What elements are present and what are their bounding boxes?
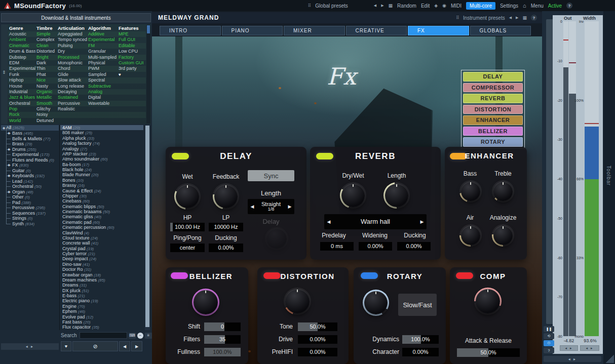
prev-instrument-preset[interactable]: ◀ <box>509 16 512 20</box>
filter-genre-house[interactable]: House <box>8 84 35 89</box>
next-instrument-preset[interactable]: ▶ <box>516 16 518 20</box>
filter-genre-industrial[interactable]: Industrial <box>8 89 35 95</box>
filter-articulation-glide[interactable]: Glide <box>57 72 87 77</box>
filter-timbre-nice[interactable]: Nice <box>35 77 57 83</box>
tree-item-synth[interactable]: Synth (834) <box>6 221 59 227</box>
filter-timbre-phat[interactable]: Phat <box>35 72 57 77</box>
filter-timbre-smooth[interactable]: Smooth <box>35 101 57 106</box>
preset-item-cloud-texture[interactable]: Cloud texture (24) <box>60 235 143 240</box>
instrument-presets-button[interactable]: Instrument presets <box>463 15 505 21</box>
tree-item-fx[interactable]: ◈FX (830) <box>6 163 59 168</box>
preset-item-cause-effect[interactable]: Cause & Effect (24) <box>60 188 143 193</box>
home-icon[interactable]: ⌂ <box>523 3 526 9</box>
filter-genre-drum-bass[interactable]: Drum & Bass <box>8 49 35 54</box>
tab-globals[interactable]: GLOBALS <box>470 26 531 35</box>
help-icon[interactable]: ? <box>566 3 572 9</box>
expand-diamond-icon[interactable]: ◈ <box>8 189 10 195</box>
chain-item-reverb[interactable]: REVERB <box>463 94 523 103</box>
meter-hscrollbar[interactable]: ◂ ▸ <box>544 356 601 362</box>
filter-features-editable[interactable]: Editable <box>118 43 146 49</box>
preset-item-bones[interactable]: Bones (10) <box>60 178 143 183</box>
next-item-button[interactable]: ▶ <box>131 341 142 351</box>
preset-item-4am[interactable]: 4AM (20) <box>60 125 143 130</box>
tree-item-pad[interactable]: Pad (388) <box>6 200 59 206</box>
preset-item-concrete-wall[interactable]: Concrete wall (41) <box>60 240 143 246</box>
preset-item-doctor-ro[interactable]: Doctor Ro (31) <box>60 267 143 272</box>
preset-item-drawbar-organ[interactable]: Drawbar organ (18) <box>60 272 143 277</box>
preset-item-blade-runner[interactable]: Blade Runner (20) <box>60 172 143 177</box>
filter-articulation-percussive[interactable]: Percussive <box>57 101 87 106</box>
widening-field[interactable]: 0.00% <box>359 242 392 251</box>
random-button[interactable]: Random <box>397 3 416 9</box>
preset-scrollbar[interactable] <box>145 125 150 330</box>
filter-genre-ambient[interactable]: Ambient <box>8 37 35 43</box>
filter-timbre-organic[interactable]: Organic <box>35 89 57 95</box>
tree-item-flutes-and-reeds[interactable]: Flutes and Reeds (0) <box>6 157 59 163</box>
tab-creative[interactable]: CREATIVE <box>346 26 407 35</box>
filter-genre-pop[interactable]: Pop <box>8 106 35 112</box>
filter-features-low-cpu[interactable]: Low CPU <box>118 49 146 54</box>
preset-item-fast-bass[interactable]: Fast bass (20) <box>60 319 143 325</box>
filter-algorithm-subtractive[interactable]: Subtractive <box>87 84 118 89</box>
filter-timbre-glitchy[interactable]: Glitchy <box>35 106 57 112</box>
analogize-knob[interactable] <box>492 224 514 247</box>
preset-item-cinematic-braaams[interactable]: Cinematic braaams (50) <box>60 209 143 214</box>
filter-timbre-thin[interactable]: Thin <box>35 66 57 71</box>
filter-articulation-processed[interactable]: Processed <box>57 55 87 60</box>
filter-timbre-nasty[interactable]: Nasty <box>35 84 57 89</box>
preset-item-dino-saw[interactable]: Dino-saw (41) <box>60 262 143 267</box>
reverb-ducking-field[interactable]: 0.00% <box>397 242 431 251</box>
preset-item-crystal-pad[interactable]: Crystal pad (19) <box>60 246 143 251</box>
filter-genre-rock[interactable]: Rock <box>8 112 35 117</box>
prev-item-button[interactable]: ◀ <box>119 341 130 351</box>
filter-timbre-simple[interactable]: Simple <box>35 31 57 37</box>
tree-item-guitar[interactable]: Guitar (0) <box>6 168 59 174</box>
preset-item-ephem[interactable]: Ephem (46) <box>60 309 143 314</box>
preset-item-ba-boom[interactable]: Ba-boom (17) <box>60 162 143 167</box>
filter-algorithm-additive[interactable]: Additive <box>87 31 118 37</box>
bass-knob[interactable] <box>459 180 482 203</box>
delay-ducking-field[interactable]: 0.00% <box>209 244 243 252</box>
shift-field[interactable]: 0 <box>204 322 241 331</box>
tree-item-other[interactable]: Other (0) <box>6 194 59 200</box>
filter-genre-world[interactable]: World <box>8 118 35 124</box>
pingpong-field[interactable]: center <box>170 244 205 252</box>
prehifi-field[interactable]: 0.00% <box>298 348 337 356</box>
next-length-icon[interactable]: ▶ <box>286 199 293 214</box>
rotary-knob[interactable] <box>363 290 389 316</box>
preset-item-alpha-pluck[interactable]: Alpha pluck (33) <box>60 136 143 141</box>
filter-algorithm-pwm[interactable]: PWM <box>87 66 118 71</box>
preset-item-atmo-soundmaker[interactable]: Atmo soundmaker (60) <box>60 156 143 161</box>
filter-genre-funk[interactable]: Funk <box>8 72 35 77</box>
prev-preset-button[interactable]: ◀ <box>374 4 376 8</box>
comp-knob[interactable] <box>474 288 502 315</box>
treble-knob[interactable] <box>492 180 514 203</box>
resize-grip[interactable] <box>606 355 614 363</box>
tree-item-orchestral[interactable]: Orchestral (50) <box>6 184 59 189</box>
tree-item-organ[interactable]: ◈Organ (48) <box>6 189 59 195</box>
slow-fast-button[interactable]: Slow/Fast <box>398 294 437 316</box>
preset-item-808-maker[interactable]: 808 maker (25) <box>60 130 143 135</box>
filter-genre-edm[interactable]: EDM <box>8 60 35 66</box>
filter-features-factory[interactable]: Factory <box>118 55 146 60</box>
preset-item-cinematic-blipps[interactable]: Cinematic blipps (50) <box>60 204 143 209</box>
tree-item-strings[interactable]: Strings (0) <box>6 216 59 221</box>
filter-genre-orchestral[interactable]: Orchestral <box>8 101 35 106</box>
air-knob[interactable] <box>459 224 482 247</box>
list-view-icon[interactable]: ≡ <box>145 333 152 339</box>
preset-item-brassy[interactable]: Brassy (16) <box>60 183 143 188</box>
preset-item-electric-piano[interactable]: Electric piano (19) <box>60 298 143 303</box>
chain-item-bellizer[interactable]: BELLIZER <box>463 127 523 136</box>
drywet-knob[interactable] <box>340 182 366 209</box>
feedback-knob[interactable] <box>213 183 239 210</box>
reverb-length-knob[interactable] <box>383 182 410 209</box>
filter-gutter[interactable]: ⇕ <box>1 24 8 124</box>
wet-knob[interactable] <box>174 183 201 210</box>
filter-timbre-distorted[interactable]: Distorted <box>35 49 57 54</box>
filters-field[interactable]: 35 <box>204 335 241 344</box>
filter-genre-hiphop[interactable]: Hiphop <box>8 77 35 83</box>
multicore-button[interactable]: Multi-core <box>466 2 495 10</box>
filter-articulation-realistic[interactable]: Realistic <box>57 106 87 112</box>
tree-root-all[interactable]: ◈ All (3625) <box>1 125 59 131</box>
fullness-field[interactable]: 100.0% <box>204 348 241 356</box>
